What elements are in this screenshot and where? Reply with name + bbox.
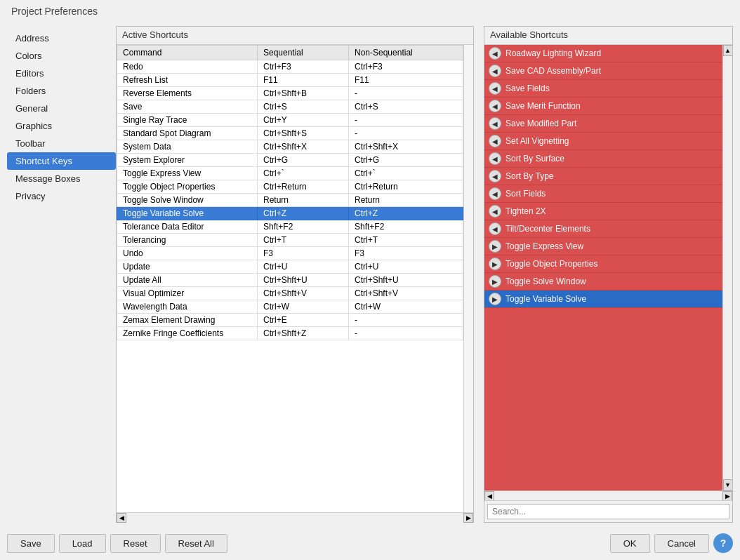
- arrow-button[interactable]: ◀: [489, 117, 501, 130]
- list-item[interactable]: ▶Toggle Object Properties: [484, 255, 722, 273]
- arrow-button[interactable]: ◀: [489, 135, 501, 147]
- sidebar-item-graphics[interactable]: Graphics: [7, 117, 116, 135]
- active-shortcuts-panel: Active Shortcuts Command Sequential Non-…: [116, 26, 474, 523]
- table-row[interactable]: Tolerance Data EditorShft+F2Shft+F2: [117, 220, 463, 234]
- table-row[interactable]: Visual OptimizerCtrl+Shft+VCtrl+Shft+V: [117, 287, 463, 300]
- active-shortcuts-scrollbar[interactable]: [463, 45, 473, 512]
- avail-hscroll-right[interactable]: ▶: [722, 491, 732, 501]
- table-row[interactable]: Zernike Fringe CoefficientsCtrl+Shft+Z-: [117, 327, 463, 340]
- arrow-button[interactable]: ◀: [489, 100, 501, 112]
- list-item-label: Roadway Lighting Wizard: [506, 48, 601, 58]
- sidebar-item-folders[interactable]: Folders: [7, 82, 116, 100]
- sidebar-item-toolbar[interactable]: Toolbar: [7, 135, 116, 152]
- list-item[interactable]: ◀Sort By Surface: [484, 150, 722, 168]
- list-item[interactable]: ▶Toggle Express View: [484, 238, 722, 255]
- list-item-label: Sort By Surface: [506, 154, 564, 164]
- sidebar-item-message-boxes[interactable]: Message Boxes: [7, 170, 116, 187]
- list-item[interactable]: ◀Save Fields: [484, 80, 722, 98]
- search-bar: [484, 500, 732, 522]
- hscroll-left[interactable]: ◀: [117, 513, 126, 523]
- col-sequential: Sequential: [258, 46, 349, 60]
- arrow-button[interactable]: ▶: [489, 240, 501, 253]
- table-row[interactable]: Refresh ListF11F11: [117, 74, 463, 87]
- table-row[interactable]: Toggle Variable SolveCtrl+ZCtrl+Z: [117, 207, 463, 220]
- active-shortcuts-table: Command Sequential Non-Sequential RedoCt…: [117, 45, 463, 340]
- available-shortcuts-title: Available Shortcuts: [484, 27, 732, 45]
- avail-hscrollbar: ◀ ▶: [484, 491, 732, 500]
- available-list[interactable]: ◀Roadway Lighting Wizard◀Save CAD Assemb…: [484, 45, 722, 491]
- cancel-button[interactable]: Cancel: [654, 534, 709, 553]
- avail-scroll-down[interactable]: ▼: [723, 479, 733, 491]
- search-input[interactable]: [487, 504, 729, 519]
- list-item[interactable]: ◀Sort Fields: [484, 185, 722, 203]
- arrow-button[interactable]: ▶: [489, 258, 501, 270]
- arrow-button[interactable]: ◀: [489, 65, 501, 77]
- list-item[interactable]: ◀Save Modified Part: [484, 115, 722, 133]
- help-button[interactable]: ?: [713, 533, 733, 553]
- arrow-button[interactable]: ◀: [489, 47, 501, 60]
- list-item[interactable]: ▶Toggle Solve Window: [484, 273, 722, 291]
- list-item[interactable]: ▶Toggle Variable Solve: [484, 291, 722, 308]
- active-shortcuts-title: Active Shortcuts: [117, 27, 473, 45]
- active-shortcuts-hscrollbar: ◀ ▶: [117, 512, 473, 522]
- table-row[interactable]: Standard Spot DiagramCtrl+Shft+S-: [117, 127, 463, 140]
- sidebar-item-general[interactable]: General: [7, 100, 116, 117]
- save-button[interactable]: Save: [7, 534, 55, 553]
- table-row[interactable]: Reverse ElementsCtrl+Shft+B-: [117, 87, 463, 100]
- table-row[interactable]: System ExplorerCtrl+GCtrl+G: [117, 154, 463, 167]
- arrow-button[interactable]: ◀: [489, 187, 501, 200]
- list-item-label: Tilt/Decenter Elements: [506, 224, 590, 234]
- hscroll-track: [126, 513, 463, 523]
- sidebar-item-editors[interactable]: Editors: [7, 65, 116, 82]
- col-nonsequential: Non-Sequential: [349, 46, 463, 60]
- arrow-button[interactable]: ◀: [489, 152, 501, 165]
- table-row[interactable]: System DataCtrl+Shft+XCtrl+Shft+X: [117, 140, 463, 154]
- load-button[interactable]: Load: [59, 534, 106, 553]
- list-item-label: Toggle Solve Window: [506, 276, 586, 286]
- list-item[interactable]: ◀Tilt/Decenter Elements: [484, 220, 722, 238]
- sidebar-item-colors[interactable]: Colors: [7, 47, 116, 65]
- arrow-button[interactable]: ◀: [489, 205, 501, 218]
- arrow-button[interactable]: ◀: [489, 170, 501, 182]
- list-item[interactable]: ◀Set All Vignetting: [484, 133, 722, 150]
- reset-button[interactable]: Reset: [110, 534, 161, 553]
- table-row[interactable]: Toggle Express ViewCtrl+`Ctrl+`: [117, 167, 463, 180]
- table-row[interactable]: Single Ray TraceCtrl+Y-: [117, 114, 463, 127]
- arrow-button[interactable]: ▶: [489, 293, 501, 305]
- sidebar-item-shortcut-keys[interactable]: Shortcut Keys: [7, 152, 116, 170]
- arrow-button[interactable]: ◀: [489, 82, 501, 95]
- active-shortcuts-table-wrapper[interactable]: Command Sequential Non-Sequential RedoCt…: [117, 45, 463, 512]
- table-row[interactable]: Toggle Object PropertiesCtrl+ReturnCtrl+…: [117, 180, 463, 194]
- table-row[interactable]: Zemax Element DrawingCtrl+E-: [117, 314, 463, 327]
- ok-button[interactable]: OK: [610, 534, 650, 553]
- table-row[interactable]: RedoCtrl+F3Ctrl+F3: [117, 60, 463, 74]
- window: Project Preferences AddressColorsEditors…: [0, 0, 740, 560]
- sidebar-item-address[interactable]: Address: [7, 29, 116, 47]
- list-item-label: Toggle Variable Solve: [506, 294, 586, 304]
- avail-hscroll-left[interactable]: ◀: [484, 491, 494, 501]
- hscroll-right[interactable]: ▶: [463, 513, 473, 523]
- sidebar-item-privacy[interactable]: Privacy: [7, 187, 116, 205]
- list-item[interactable]: ◀Sort By Type: [484, 168, 722, 185]
- arrow-button[interactable]: ◀: [489, 222, 501, 235]
- bottom-bar: Save Load Reset Reset All OK Cancel ?: [0, 526, 740, 560]
- table-row[interactable]: UpdateCtrl+UCtrl+U: [117, 260, 463, 274]
- list-item-label: Toggle Object Properties: [506, 259, 597, 269]
- list-item-label: Sort Fields: [506, 189, 546, 199]
- window-title: Project Preferences: [0, 0, 740, 22]
- list-item-label: Save Fields: [506, 84, 550, 93]
- table-row[interactable]: TolerancingCtrl+TCtrl+T: [117, 234, 463, 247]
- reset-all-button[interactable]: Reset All: [165, 534, 227, 553]
- avail-scroll-up[interactable]: ▲: [723, 45, 733, 56]
- table-row[interactable]: SaveCtrl+SCtrl+S: [117, 100, 463, 114]
- arrow-button[interactable]: ▶: [489, 275, 501, 288]
- table-row[interactable]: Toggle Solve WindowReturnReturn: [117, 194, 463, 207]
- table-row[interactable]: Wavelength DataCtrl+WCtrl+W: [117, 300, 463, 314]
- table-row[interactable]: UndoF3F3: [117, 247, 463, 260]
- col-command: Command: [117, 46, 258, 60]
- list-item[interactable]: ◀Tighten 2X: [484, 203, 722, 220]
- list-item[interactable]: ◀Save CAD Assembly/Part: [484, 62, 722, 80]
- list-item[interactable]: ◀Save Merit Function: [484, 98, 722, 115]
- list-item[interactable]: ◀Roadway Lighting Wizard: [484, 45, 722, 62]
- table-row[interactable]: Update AllCtrl+Shft+UCtrl+Shft+U: [117, 274, 463, 287]
